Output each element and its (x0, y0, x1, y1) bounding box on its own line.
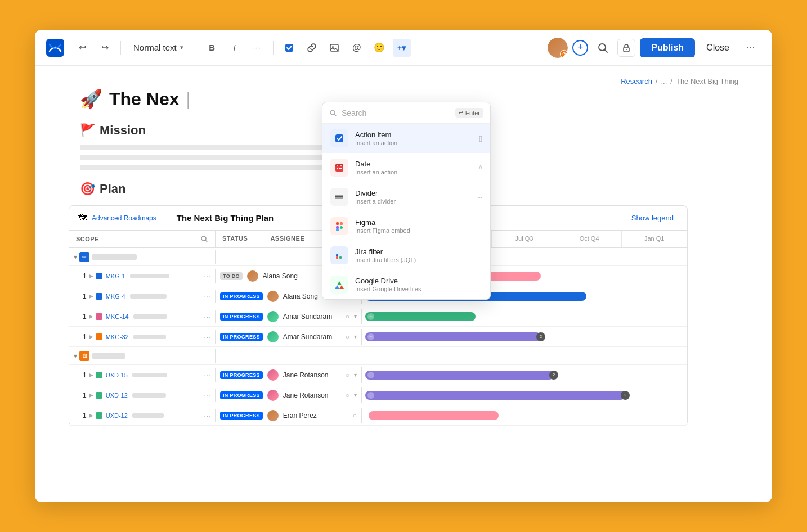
svg-rect-26 (336, 229, 339, 231)
search-button[interactable] (593, 38, 613, 58)
row-more-mkg1[interactable]: ··· (204, 272, 210, 281)
row-num: 1 (83, 272, 87, 280)
close-button[interactable]: Close (700, 38, 736, 57)
redo-button[interactable]: ↪ (96, 39, 114, 57)
main-content: Research / ... / The Next Big Thing 🚀 Th… (35, 66, 772, 502)
divider-icon (330, 188, 348, 206)
row-fields-partial: IN PROGRESS Eran Perez ○ (216, 408, 362, 423)
enter-hint: ↵ Enter (455, 108, 483, 118)
group-row-scope-2: ▾ 🖼 (69, 349, 216, 363)
row-more-uxd15[interactable]: ··· (204, 371, 210, 380)
ticket-id-mkg32: MKG-32 (106, 333, 129, 340)
circle-icon: ○ (353, 412, 357, 420)
row-scope-mkg1: 1 ▶ MKG-1 ··· (69, 269, 216, 283)
group-bar (92, 254, 137, 260)
expand-icon: ▶ (89, 273, 93, 279)
circle-icon: ○ (346, 313, 349, 321)
date-title: Date (355, 160, 397, 168)
dropdown-item-jira[interactable]: Jira filter Insert Jira filters (JQL) (322, 241, 490, 270)
status-inprogress: IN PROGRESS (220, 391, 263, 399)
row-more-mkg4[interactable]: ··· (204, 292, 210, 301)
row-more-uxd12[interactable]: ··· (204, 391, 210, 400)
plan-text: Plan (100, 182, 125, 196)
show-legend-button[interactable]: Show legend (627, 211, 678, 224)
row-more-mkg32[interactable]: ··· (204, 332, 210, 341)
mention-button[interactable]: @ (348, 39, 366, 57)
breadcrumb: Research / ... / The Next Big Thing (621, 77, 738, 85)
svg-line-5 (605, 49, 608, 52)
text-style-dropdown[interactable]: Normal text ▾ (128, 39, 189, 56)
link-button[interactable] (303, 39, 321, 57)
figma-icon (330, 217, 348, 235)
gantt-bar-partial (369, 411, 499, 420)
chevron-down-icon: ▾ (180, 44, 183, 51)
gantt-row-partial: 1 ▶ UXD-12 ··· IN PROGRESS Eran Perez ○ (69, 405, 687, 426)
gantt-bar-mkg14: ← (365, 312, 476, 321)
assignee-avatar-partial (267, 410, 279, 421)
lock-button[interactable] (617, 39, 635, 57)
svg-point-7 (626, 49, 627, 50)
ticket-icon-mkg14 (96, 313, 102, 320)
undo-button[interactable]: ↩ (73, 39, 91, 57)
breadcrumb-research[interactable]: Research (621, 77, 652, 85)
status-inprogress: IN PROGRESS (220, 292, 263, 300)
assignee-avatar-mkg32 (267, 331, 279, 342)
emoji-button[interactable]: 🙂 (370, 39, 388, 57)
circle-icon: ○ (346, 371, 349, 379)
dropdown-item-date[interactable]: Date Insert an action // (322, 153, 490, 182)
expand-icon: ▶ (89, 333, 93, 340)
italic-button[interactable]: I (226, 39, 244, 57)
dropdown-item-action[interactable]: Action item Insert an action [] (322, 124, 490, 153)
title-text[interactable]: The Nex (109, 89, 179, 110)
row-title-bar (130, 294, 167, 299)
expand-icon: ▶ (89, 392, 93, 398)
dropdown-item-gdrive[interactable]: Google Drive Insert Google Drive files (322, 270, 490, 299)
action-item-text: Action item Insert an action (355, 130, 397, 146)
date-icon (330, 159, 348, 177)
assignee-name-mkg4: Alana Song (283, 292, 318, 300)
ticket-icon-mkg32 (96, 333, 102, 340)
expand-icon: ▶ (89, 313, 93, 319)
checkbox-button[interactable] (280, 39, 298, 57)
gdrive-icon (330, 276, 348, 294)
row-more-partial[interactable]: ··· (204, 411, 210, 420)
scope-column-header: SCOPE (69, 231, 216, 247)
bar-icon: ← (367, 313, 374, 320)
group-icon-2: 🖼 (79, 351, 89, 361)
breadcrumb-separator-2: / (670, 77, 672, 85)
row-more-mkg14[interactable]: ··· (204, 312, 210, 321)
dropdown-search-input[interactable] (342, 109, 451, 118)
bar-badge-mkg32: 2 (536, 332, 545, 341)
chevron-icon: ▾ (354, 372, 357, 378)
user-avatar: G (548, 38, 568, 58)
date-shortcut: // (479, 164, 482, 171)
image-button[interactable] (325, 39, 343, 57)
publish-button[interactable]: Publish (640, 38, 695, 57)
svg-rect-23 (336, 222, 339, 225)
row-fields-mkg14: IN PROGRESS Amar Sundaram ○ ▾ (216, 309, 362, 324)
insert-dropdown: ↵ Enter Action item Insert an action [] (322, 102, 491, 300)
dropdown-item-divider[interactable]: Divider Insert a divider -- (322, 182, 490, 211)
row-scope-mkg32: 1 ▶ MKG-32 ··· (69, 330, 216, 344)
gantt-bar-uxd15: ← 2 (365, 371, 554, 380)
svg-marker-34 (339, 285, 344, 289)
bar-icon: ← (367, 392, 374, 399)
row-num: 1 (83, 292, 87, 300)
add-collaborator-button[interactable]: + (572, 40, 588, 56)
more-options-button[interactable]: ··· (741, 38, 761, 58)
insert-more-button[interactable]: +▾ (393, 39, 411, 57)
svg-rect-30 (336, 256, 338, 259)
row-scope-uxd12: 1 ▶ UXD-12 ··· (69, 389, 216, 402)
gantt-row-uxd12: 1 ▶ UXD-12 ··· IN PROGRESS Jane Rotanson… (69, 385, 687, 405)
bold-button[interactable]: B (203, 39, 221, 57)
dropdown-item-figma[interactable]: Figma Insert Figma embed (322, 211, 490, 241)
svg-rect-24 (340, 222, 343, 225)
svg-rect-19 (340, 168, 342, 169)
assignee-name-partial: Eran Perez (283, 412, 317, 420)
app-window: ↩ ↪ Normal text ▾ B I ··· @ 🙂 (35, 30, 772, 502)
ticket-icon-uxd15 (96, 372, 102, 378)
more-format-button[interactable]: ··· (248, 39, 266, 57)
assignee-avatar-mkg1 (247, 270, 258, 282)
content-line (80, 165, 330, 170)
breadcrumb-page: The Next Big Thing (676, 77, 738, 85)
